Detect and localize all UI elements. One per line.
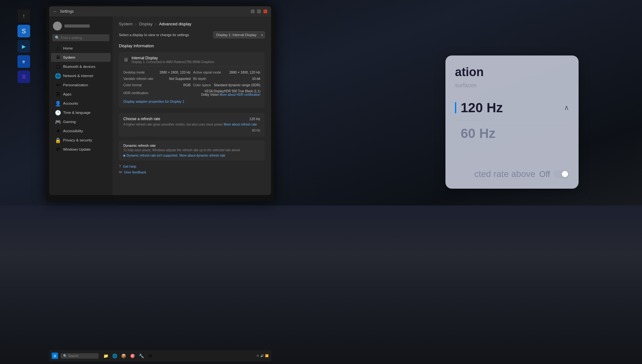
window-title: Settings <box>60 9 251 14</box>
nav-label-home: Home <box>63 46 73 50</box>
taskbar-search[interactable]: 🔍 Search <box>61 353 99 359</box>
hdr-cert-sub: Dolby Vision More about HDR certificatio… <box>201 93 260 96</box>
info-value-5: Standard dynamic range (SDR) <box>214 83 260 87</box>
taskbar-icon-3[interactable]: 🎯 <box>129 352 136 359</box>
info-row-2: Variable refresh rate Not Supported <box>123 76 191 81</box>
sidebar-item-home[interactable]: ⌂ Home <box>51 44 111 53</box>
info-value-2: Not Supported <box>169 77 191 81</box>
nav-label-apps: Apps <box>63 92 71 96</box>
sidebar-item-bluetooth[interactable]: ⬡ Bluetooth & devices <box>51 62 111 71</box>
taskbar-icon-0[interactable]: 📁 <box>102 352 109 359</box>
refresh-popup: ation surfaces 120 Hz ∧ 60 Hz cted rate … <box>445 55 579 189</box>
close-button[interactable] <box>263 10 267 13</box>
info-value-4: RGB <box>183 83 191 87</box>
window-controls <box>251 10 267 13</box>
nav-icon-network: 🌐 <box>55 73 61 78</box>
nav-label-time: Time & language <box>63 111 91 114</box>
hdr-cert-key: HDR certification <box>123 91 148 95</box>
adapter-link[interactable]: Display adapter properties for Display 1 <box>123 100 185 103</box>
popup-option-60hz[interactable]: 60 Hz <box>455 121 569 146</box>
display-subname: Display 1: Connected to AMD Radeon(TM) 8… <box>132 60 214 64</box>
sidebar-item-gaming[interactable]: 🎮 Gaming <box>51 117 111 126</box>
hdr-cert-value: VESA DisplayHDR 500 True Black (1.1) <box>201 89 260 93</box>
taskbar-icon-1[interactable]: 🌐 <box>111 352 118 359</box>
app-icon-1[interactable]: ↑ <box>17 10 30 22</box>
info-row-3: Bit depth 10-bit <box>193 76 260 81</box>
sidebar-item-system[interactable]: 🖥 System <box>51 53 111 62</box>
main-content: System › Display › Advanced display Sele… <box>113 16 271 195</box>
dynamic-refresh-toggle[interactable] <box>554 170 569 178</box>
settings-window: ← Settings 🔍 ⌂ Home 🖥 <box>49 6 271 195</box>
minimize-button[interactable] <box>251 10 255 13</box>
nav-icon-home: ⌂ <box>55 46 61 51</box>
app-icon-5[interactable]: ☰ <box>17 70 30 83</box>
toggle-knob <box>562 171 568 177</box>
info-key-3: Bit depth <box>193 77 206 81</box>
info-row-5: Color space Standard dynamic range (SDR) <box>193 82 260 88</box>
nav-label-bluetooth: Bluetooth & devices <box>63 65 95 68</box>
keyboard-area <box>0 205 642 364</box>
left-sidebar-apps: ↑ S ▶ e ☰ <box>17 10 30 83</box>
avatar <box>53 22 62 30</box>
back-button[interactable]: ← <box>53 9 57 14</box>
popup-option-120hz[interactable]: 120 Hz ∧ <box>455 95 569 121</box>
refresh-hz-note: 60 Hz <box>123 129 260 132</box>
sidebar-item-update[interactable]: ⟳ Windows Update <box>51 145 111 154</box>
info-value-1: 2880 × 1800, 120 Hz <box>229 70 260 74</box>
maximize-button[interactable] <box>257 10 261 13</box>
help-link-1[interactable]: ✉ Give feedback <box>119 170 265 174</box>
sidebar-item-time[interactable]: 🕐 Time & language <box>51 108 111 117</box>
sidebar-item-accounts[interactable]: 👤 Accounts <box>51 99 111 108</box>
info-key-5: Color space <box>193 83 211 87</box>
dynamic-refresh-link[interactable]: More about dynamic refresh rate <box>179 154 225 157</box>
nav-icon-accessibility: ✦ <box>55 128 61 133</box>
search-box[interactable]: 🔍 <box>52 34 109 41</box>
help-icon-0: ? <box>119 164 121 169</box>
sidebar-item-network[interactable]: 🌐 Network & internet <box>51 71 111 80</box>
breadcrumb-current: Advanced display <box>159 22 191 26</box>
display-selector-dropdown[interactable]: Display 1: Internal Display <box>213 31 265 38</box>
breadcrumb-display[interactable]: Display <box>139 22 153 26</box>
popup-option-selected-wrap: 120 Hz <box>455 100 503 115</box>
monitor-icon: 🖥 <box>123 57 128 63</box>
sidebar-item-personalization[interactable]: ✏ Personalization <box>51 81 111 89</box>
app-icon-2[interactable]: S <box>17 25 30 37</box>
info-row-0: Desktop mode 2880 × 1800, 120 Hz <box>123 70 191 75</box>
hdr-link[interactable]: More about HDR certification <box>220 93 260 96</box>
title-bar: ← Settings <box>49 6 271 16</box>
start-button[interactable]: ⊞ <box>52 353 58 359</box>
info-key-2: Variable refresh rate <box>123 77 153 81</box>
nav-icon-personalization: ✏ <box>55 82 61 88</box>
breadcrumb-system[interactable]: System <box>119 22 133 26</box>
taskbar-icon-4[interactable]: 🔧 <box>138 352 145 359</box>
nav-icon-system: 🖥 <box>55 55 61 60</box>
help-link-label-1: Give feedback <box>124 170 146 174</box>
hz-label-60: 60 Hz <box>455 126 496 141</box>
info-row-1: Active signal mode 2880 × 1800, 120 Hz <box>193 70 260 75</box>
settings-body: 🔍 ⌂ Home 🖥 System ⬡ Bluetooth & devices … <box>49 16 271 195</box>
nav-icon-time: 🕐 <box>55 110 61 115</box>
search-input[interactable] <box>61 36 107 40</box>
info-row-4: Color format RGB <box>123 82 191 88</box>
taskbar-icon-2[interactable]: 📦 <box>120 352 127 359</box>
display-info-card: 🖥 Internal Display Display 1: Connected … <box>119 52 265 108</box>
hz-label-120: 120 Hz <box>461 100 503 115</box>
refresh-value: 120 Hz <box>249 117 260 121</box>
dynamic-status: Dynamic refresh rate isn't supported. Mo… <box>123 154 260 157</box>
taskbar-right: ⚙ 🔊 📶 <box>256 354 269 357</box>
sidebar-item-privacy[interactable]: 🔒 Privacy & security <box>51 136 111 145</box>
nav-label-update: Windows Update <box>63 147 91 151</box>
taskbar-icon-5[interactable]: ⚙ <box>147 352 154 359</box>
info-key-4: Color format <box>123 83 142 87</box>
sidebar-item-accessibility[interactable]: ✦ Accessibility <box>51 127 111 135</box>
help-link-0[interactable]: ? Get help <box>119 164 265 169</box>
user-section <box>49 19 113 34</box>
sidebar-item-apps[interactable]: ☰ Apps <box>51 90 111 99</box>
app-icon-3[interactable]: ▶ <box>17 40 30 53</box>
display-name-block: Internal Display Display 1: Connected to… <box>132 56 214 64</box>
sidebar: 🔍 ⌂ Home 🖥 System ⬡ Bluetooth & devices … <box>49 16 113 195</box>
popup-toggle-row: cted rate above Off <box>455 164 569 179</box>
refresh-link[interactable]: More about refresh rate <box>224 123 257 126</box>
nav-icon-update: ⟳ <box>55 147 61 152</box>
app-icon-4[interactable]: e <box>17 55 30 68</box>
